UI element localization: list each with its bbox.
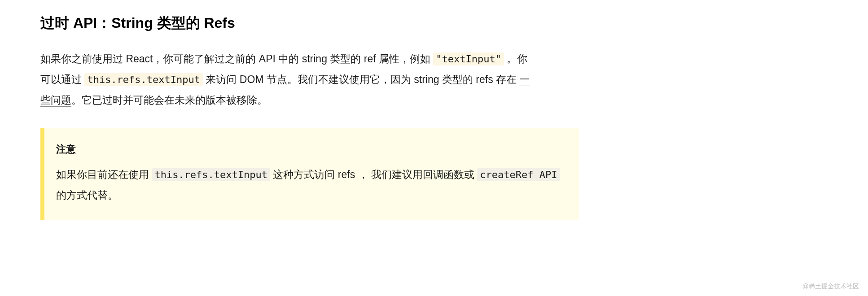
code-inline: "textInput" xyxy=(433,52,504,65)
text-segment: 的方式代替。 xyxy=(56,189,118,201)
callout-body: 如果你目前还在使用 this.refs.textInput 这种方式访问 ref… xyxy=(56,164,567,205)
text-segment: 或 xyxy=(464,169,477,180)
text-segment: 。它已过时并可能会在未来的版本被移除。 xyxy=(71,94,267,106)
code-inline: this.refs.textInput xyxy=(152,168,270,181)
callout-title: 注意 xyxy=(56,143,567,156)
text-segment: 这种方式访问 refs ， 我们建议用 xyxy=(270,169,423,180)
text-segment: 如果你之前使用过 React，你可能了解过之前的 API 中的 string 类… xyxy=(40,53,433,65)
code-inline: this.refs.textInput xyxy=(84,73,203,86)
callback-link[interactable]: 回调函数 xyxy=(423,169,464,181)
text-segment: 如果你目前还在使用 xyxy=(56,169,152,180)
note-callout: 注意 如果你目前还在使用 this.refs.textInput 这种方式访问 … xyxy=(40,128,579,220)
intro-paragraph: 如果你之前使用过 React，你可能了解过之前的 API 中的 string 类… xyxy=(40,48,534,110)
text-segment: 来访问 DOM 节点。我们不建议使用它，因为 string 类型的 refs 存… xyxy=(203,74,519,85)
section-heading: 过时 API：String 类型的 Refs xyxy=(40,13,828,33)
code-inline: createRef API xyxy=(477,168,560,181)
